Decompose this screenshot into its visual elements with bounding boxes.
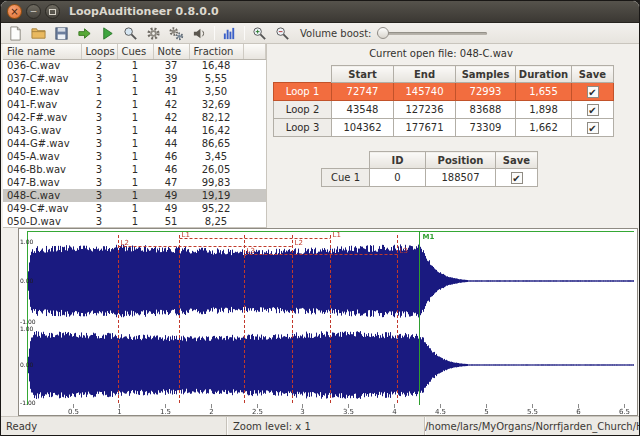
file-cell-note: 42: [153, 98, 189, 111]
file-cell-name: 041-F.wav: [3, 98, 81, 111]
file-cell-note: 44: [153, 137, 189, 150]
loop-samples-cell[interactable]: 73309: [456, 119, 516, 137]
file-row[interactable]: 046-Bb.wav314626,05: [3, 163, 266, 176]
loop-duration-cell[interactable]: 1,655: [516, 83, 572, 101]
minimize-button[interactable]: −: [26, 4, 41, 19]
speaker-button[interactable]: [188, 24, 211, 43]
loop-row-label[interactable]: Loop 2: [274, 101, 332, 119]
new-file-button[interactable]: [4, 24, 27, 43]
loop-end-cell[interactable]: 145740: [394, 83, 456, 101]
file-col-name[interactable]: File name: [3, 44, 81, 59]
file-cell-filler: [243, 59, 266, 72]
file-cell-note: 44: [153, 124, 189, 137]
file-cell-cues: 1: [117, 59, 153, 72]
maximize-icon: [49, 9, 56, 15]
loop-end-cell[interactable]: 127236: [394, 101, 456, 119]
waveform-canvas[interactable]: [19, 229, 637, 415]
loop-save-checkbox[interactable]: ✔: [587, 122, 599, 134]
loop-row-label[interactable]: Loop 1: [274, 83, 332, 101]
maximize-button[interactable]: [45, 4, 60, 19]
file-cell-fraction: 19,19: [189, 189, 243, 202]
file-row[interactable]: 036-C.wav213716,48: [3, 59, 266, 72]
loop-samples-cell[interactable]: 72993: [456, 83, 516, 101]
file-row[interactable]: 037-C#.wav31395,55: [3, 72, 266, 85]
file-col-note[interactable]: Note: [153, 44, 189, 59]
file-col-cues[interactable]: Cues: [117, 44, 153, 59]
volume-boost-knob[interactable]: [377, 27, 389, 39]
loop-save-checkbox-cell: ✔: [572, 119, 614, 137]
file-cell-filler: [243, 176, 266, 189]
waveform-chart-button[interactable]: [218, 24, 241, 43]
file-row[interactable]: 044-G#.wav314486,65: [3, 137, 266, 150]
loop-start-cell[interactable]: 72747: [332, 83, 394, 101]
cue-table-body: Cue 10188507✔: [322, 169, 538, 187]
titlebar: × − LoopAuditioneer 0.8.0.0: [1, 1, 639, 23]
file-cell-fraction: 26,05: [189, 163, 243, 176]
file-cell-loops: 3: [81, 111, 117, 124]
auto-loop-button[interactable]: [73, 24, 96, 43]
file-row[interactable]: 048-C.wav314919,19: [3, 189, 266, 202]
zoom-out-button[interactable]: [271, 24, 294, 43]
settings-button[interactable]: [165, 24, 188, 43]
cue-row[interactable]: Cue 10188507✔: [322, 169, 538, 187]
open-file-button[interactable]: [27, 24, 50, 43]
file-row[interactable]: 045-A.wav31463,45: [3, 150, 266, 163]
cue-row-label[interactable]: Cue 1: [322, 169, 370, 187]
play-button[interactable]: [96, 24, 119, 43]
waveform-panel: [18, 228, 638, 416]
zoom-selection-button[interactable]: [119, 24, 142, 43]
file-cell-name: 042-F#.wav: [3, 111, 81, 124]
loop-samples-cell[interactable]: 83688: [456, 101, 516, 119]
loop-table: Start End Samples Duration Save Loop 172…: [273, 65, 614, 137]
gear-button[interactable]: [142, 24, 165, 43]
zoom-selection-icon: [123, 26, 138, 41]
loop-save-checkbox[interactable]: ✔: [587, 104, 599, 116]
file-cell-cues: 1: [117, 202, 153, 215]
loop-start-cell[interactable]: 43548: [332, 101, 394, 119]
file-cell-loops: 3: [81, 176, 117, 189]
toolbar-separator: [244, 26, 245, 40]
loop-start-cell[interactable]: 104362: [332, 119, 394, 137]
file-cell-cues: 1: [117, 124, 153, 137]
file-cell-note: 49: [153, 202, 189, 215]
file-cell-filler: [243, 72, 266, 85]
file-row[interactable]: 041-F.wav214232,69: [3, 98, 266, 111]
file-cell-name: 048-C.wav: [3, 189, 81, 202]
volume-boost-label: Volume boost:: [300, 28, 371, 39]
loop-col-save: Save: [572, 66, 614, 83]
file-cell-loops: 3: [81, 163, 117, 176]
volume-boost-slider[interactable]: [377, 25, 487, 41]
loop-row[interactable]: Loop 172747145740729931,655✔: [274, 83, 614, 101]
close-button[interactable]: ×: [7, 4, 22, 19]
loop-duration-cell[interactable]: 1,898: [516, 101, 572, 119]
status-ready: Ready: [1, 417, 227, 436]
file-row[interactable]: 043-G.wav314416,42: [3, 124, 266, 137]
loop-save-checkbox[interactable]: ✔: [587, 86, 599, 98]
cue-position-cell[interactable]: 188507: [426, 169, 496, 187]
loop-row-label[interactable]: Loop 3: [274, 119, 332, 137]
zoom-in-button[interactable]: [248, 24, 271, 43]
file-row[interactable]: 049-C#.wav314995,22: [3, 202, 266, 215]
file-row[interactable]: 047-B.wav314799,83: [3, 176, 266, 189]
cue-save-checkbox[interactable]: ✔: [511, 172, 523, 184]
file-cell-note: 49: [153, 189, 189, 202]
save-button[interactable]: [50, 24, 73, 43]
loop-end-cell[interactable]: 177671: [394, 119, 456, 137]
file-cell-name: 045-A.wav: [3, 150, 81, 163]
file-col-loops[interactable]: Loops: [81, 44, 117, 59]
file-cell-name: 037-C#.wav: [3, 72, 81, 85]
file-col-fraction[interactable]: Fraction: [189, 44, 243, 59]
loop-row[interactable]: Loop 243548127236836881,898✔: [274, 101, 614, 119]
file-cell-loops: 3: [81, 72, 117, 85]
status-zoom-level: Zoom level: x 1: [227, 417, 425, 436]
file-row[interactable]: 050-D.wav31518,25: [3, 215, 266, 228]
file-row[interactable]: 042-F#.wav314282,12: [3, 111, 266, 124]
loop-duration-cell[interactable]: 1,662: [516, 119, 572, 137]
toolbar-separator: [214, 26, 215, 40]
volume-boost-track[interactable]: [377, 32, 487, 35]
cue-id-cell[interactable]: 0: [370, 169, 426, 187]
file-row[interactable]: 040-E.wav11413,50: [3, 85, 266, 98]
file-cell-fraction: 5,55: [189, 72, 243, 85]
loop-row[interactable]: Loop 3104362177671733091,662✔: [274, 119, 614, 137]
loop-save-checkbox-cell: ✔: [572, 83, 614, 101]
